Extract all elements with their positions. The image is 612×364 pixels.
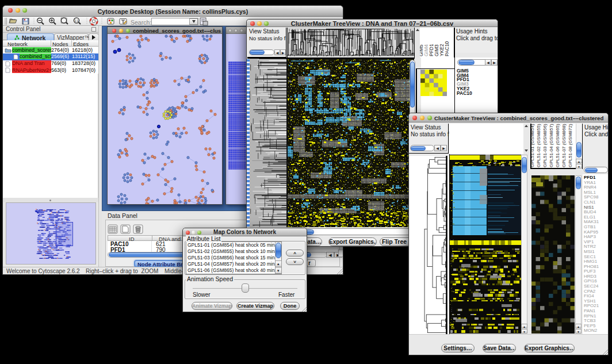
svg-text:GPL51-03 (GSM856): GPL51-03 (GSM856) (542, 124, 548, 167)
svg-text:GPL51-06 (GSM865): GPL51-06 (GSM865) (555, 124, 560, 167)
svg-text:1:1: 1:1 (75, 19, 79, 22)
svg-text:PAC10: PAC10 (444, 41, 450, 56)
svg-text:GPL51-07 (GSM868): GPL51-07 (GSM868) (561, 124, 567, 167)
svg-text:GPL51-01 (GSM854): GPL51-01 (GSM854) (531, 124, 535, 167)
svg-text:GPL51-04 (GSM857): GPL51-04 (GSM857) (549, 124, 554, 167)
svg-text:GPL51-08 (GSM872): GPL51-08 (GSM872) (568, 124, 573, 167)
svg-text:GPL51-02 (GSM855): GPL51-02 (GSM855) (536, 124, 541, 167)
